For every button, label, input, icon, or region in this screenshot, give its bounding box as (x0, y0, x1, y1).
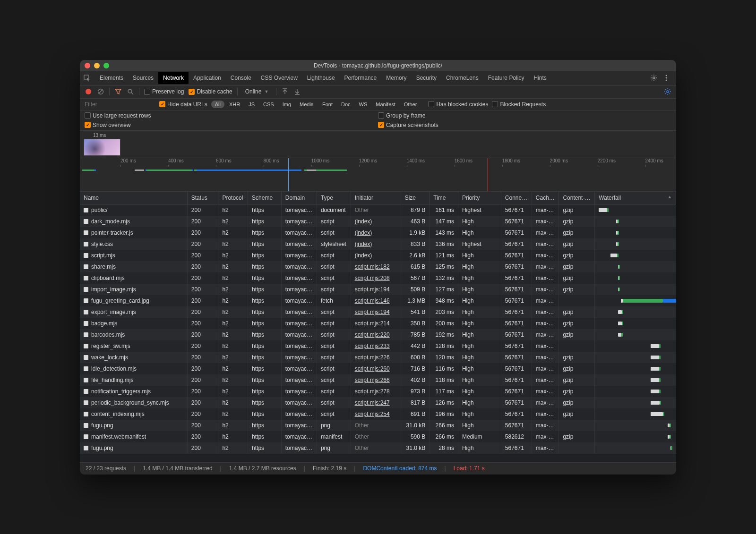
table-row[interactable]: fugu.png200h2httpstomayac…pngOther31.0 k… (80, 442, 676, 454)
filter-type-doc[interactable]: Doc (337, 101, 354, 108)
column-header[interactable]: Domain (281, 192, 317, 204)
filter-type-ws[interactable]: WS (355, 101, 371, 108)
screenshot-thumb[interactable] (84, 139, 120, 156)
table-row[interactable]: pointer-tracker.js200h2httpstomayac…scri… (80, 227, 676, 238)
waterfall-cell (595, 374, 676, 386)
record-button[interactable] (85, 88, 92, 95)
filter-type-other[interactable]: Other (400, 101, 421, 108)
tab-elements[interactable]: Elements (95, 72, 128, 84)
cell: 879 B (401, 204, 430, 216)
column-header[interactable]: Time (430, 192, 458, 204)
filter-type-img[interactable]: Img (279, 101, 295, 108)
filter-type-font[interactable]: Font (318, 101, 336, 108)
upload-har-icon[interactable] (281, 88, 289, 95)
table-row[interactable]: notification_triggers.mjs200h2httpstomay… (80, 386, 676, 397)
column-header[interactable]: Size (401, 192, 430, 204)
table-row[interactable]: content_indexing.mjs200h2httpstomayac…sc… (80, 408, 676, 420)
column-header[interactable]: Waterfall▲ (595, 192, 676, 204)
table-row[interactable]: public/200h2httpstomayac…documentOther87… (80, 204, 676, 216)
timeline-bar (146, 170, 192, 171)
capture-screenshots-checkbox[interactable]: Capture screenshots (378, 122, 671, 128)
network-settings-icon[interactable] (664, 88, 671, 95)
cell: 117 ms (430, 386, 458, 397)
waterfall-cell (595, 306, 676, 318)
table-row[interactable]: script.mjs200h2httpstomayac…script(index… (80, 250, 676, 261)
table-row[interactable]: file_handling.mjs200h2httpstomayac…scrip… (80, 374, 676, 386)
cell: 567671 (501, 420, 532, 431)
tab-feature-policy[interactable]: Feature Policy (483, 72, 529, 84)
inspect-icon[interactable] (83, 74, 91, 82)
filter-type-xhr[interactable]: XHR (225, 101, 244, 108)
cell: 31.0 kB (401, 420, 430, 431)
table-row[interactable]: fugu.png200h2httpstomayac…pngOther31.0 k… (80, 420, 676, 431)
filter-icon[interactable] (114, 88, 122, 95)
table-row[interactable]: dark_mode.mjs200h2httpstomayac…script(in… (80, 216, 676, 227)
use-large-rows-checkbox[interactable]: Use large request rows (85, 112, 378, 119)
filter-type-css[interactable]: CSS (259, 101, 278, 108)
tab-memory[interactable]: Memory (381, 72, 411, 84)
table-row[interactable]: share.mjs200h2httpstomayac…scriptscript.… (80, 261, 676, 272)
table-row[interactable]: wake_lock.mjs200h2httpstomayac…scriptscr… (80, 352, 676, 363)
table-row[interactable]: import_image.mjs200h2httpstomayac…script… (80, 284, 676, 295)
tab-network[interactable]: Network (158, 72, 189, 84)
column-header[interactable]: Name (80, 192, 187, 204)
table-row[interactable]: style.css200h2httpstomayac…stylesheet(in… (80, 238, 676, 250)
requests-table-wrap[interactable]: NameStatusProtocolSchemeDomainTypeInitia… (80, 192, 676, 462)
column-header[interactable]: Content-… (559, 192, 595, 204)
tab-hints[interactable]: Hints (529, 72, 551, 84)
tab-console[interactable]: Console (226, 72, 256, 84)
tab-css-overview[interactable]: CSS Overview (256, 72, 302, 84)
more-icon[interactable] (662, 74, 670, 82)
timeline-tick: 1800 ms (502, 158, 520, 163)
table-row[interactable]: clipboard.mjs200h2httpstomayac…scriptscr… (80, 272, 676, 284)
table-row[interactable]: manifest.webmanifest200h2httpstomayac…ma… (80, 431, 676, 442)
column-header[interactable]: Priority (458, 192, 501, 204)
status-requests: 22 / 23 requests (86, 465, 126, 472)
column-header[interactable]: Protocol (218, 192, 248, 204)
filter-type-media[interactable]: Media (296, 101, 318, 108)
tab-chromelens[interactable]: ChromeLens (441, 72, 483, 84)
cell: 200 (187, 272, 218, 284)
column-header[interactable]: Initiator (351, 192, 401, 204)
cell: High (458, 295, 501, 306)
table-row[interactable]: periodic_background_sync.mjs200h2httpsto… (80, 397, 676, 408)
show-overview-checkbox[interactable]: Show overview (85, 122, 378, 128)
timeline-overview[interactable]: 200 ms400 ms600 ms800 ms1000 ms1200 ms14… (80, 158, 676, 192)
throttling-select[interactable]: Online▼ (242, 87, 272, 96)
table-row[interactable]: badge.mjs200h2httpstomayac…scriptscript.… (80, 318, 676, 329)
waterfall-cell (595, 386, 676, 397)
column-header[interactable]: Type (317, 192, 351, 204)
table-row[interactable]: register_sw.mjs200h2httpstomayac…scripts… (80, 340, 676, 352)
filter-input[interactable] (85, 101, 155, 108)
cell: max-… (532, 431, 559, 442)
cell: 200 (187, 397, 218, 408)
tab-sources[interactable]: Sources (128, 72, 158, 84)
column-header[interactable]: Conne… (501, 192, 532, 204)
table-row[interactable]: export_image.mjs200h2httpstomayac…script… (80, 306, 676, 318)
tab-lighthouse[interactable]: Lighthouse (302, 72, 340, 84)
clear-button[interactable] (97, 88, 104, 95)
column-header[interactable]: Status (187, 192, 218, 204)
download-har-icon[interactable] (293, 88, 301, 95)
table-row[interactable]: fugu_greeting_card.jpg200h2httpstomayac…… (80, 295, 676, 306)
filter-type-all[interactable]: All (211, 101, 224, 108)
search-icon[interactable] (127, 88, 134, 95)
tab-application[interactable]: Application (189, 72, 226, 84)
column-header[interactable]: Scheme (248, 192, 282, 204)
has-blocked-cookies-checkbox[interactable]: Has blocked cookies (428, 101, 488, 108)
settings-icon[interactable] (650, 74, 658, 82)
table-row[interactable]: idle_detection.mjs200h2httpstomayac…scri… (80, 363, 676, 374)
blocked-requests-checkbox[interactable]: Blocked Requests (492, 101, 546, 108)
preserve-log-checkbox[interactable]: Preserve log (144, 88, 184, 95)
filter-type-js[interactable]: JS (245, 101, 258, 108)
tab-performance[interactable]: Performance (340, 72, 382, 84)
file-icon (84, 253, 88, 258)
cell: png (317, 420, 351, 431)
column-header[interactable]: Cach… (532, 192, 559, 204)
hide-data-urls-checkbox[interactable]: Hide data URLs (159, 101, 207, 108)
table-row[interactable]: barcodes.mjs200h2httpstomayac…scriptscri… (80, 329, 676, 340)
disable-cache-checkbox[interactable]: Disable cache (189, 88, 232, 95)
filter-type-manifest[interactable]: Manifest (372, 101, 399, 108)
group-by-frame-checkbox[interactable]: Group by frame (378, 112, 671, 119)
tab-security[interactable]: Security (412, 72, 441, 84)
